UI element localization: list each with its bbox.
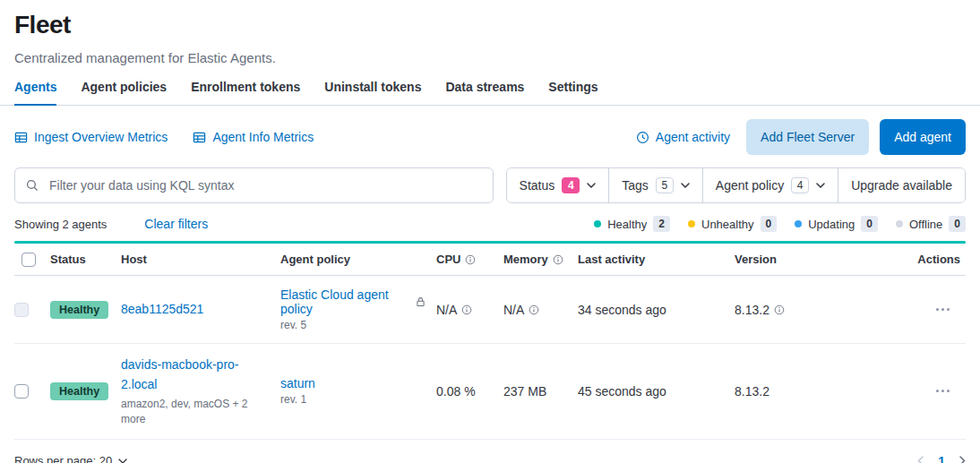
metrics-table-icon [14,131,28,144]
clear-filters-link[interactable]: Clear filters [144,217,208,231]
legend-offline-count: 0 [949,216,966,232]
row-actions-button[interactable] [931,384,955,398]
status-filter-button[interactable]: Status 4 [507,168,609,202]
memory-value: N/A [503,303,524,317]
legend-healthy[interactable]: Healthy 2 [594,216,670,232]
column-memory-label: Memory [503,253,548,266]
clock-icon [636,131,649,144]
column-last-activity: Last activity [578,244,735,275]
legend-updating-label: Updating [808,218,855,231]
fleet-page: Fleet Centralized management for Elastic… [0,0,980,463]
pagination-next-icon[interactable] [959,456,966,463]
add-agent-button[interactable]: Add agent [880,119,966,155]
agent-info-metrics-link[interactable]: Agent Info Metrics [193,130,314,144]
column-memory: Memory [503,244,578,275]
tags-filter-label: Tags [622,178,649,193]
fleet-tabs: Agents Agent policies Enrollment tokens … [0,80,980,106]
column-actions: Actions [878,244,966,275]
showing-agents-count: Showing 2 agents [14,218,107,231]
select-all-checkbox[interactable] [21,253,36,267]
agent-policy-filter-count-badge: 4 [791,177,809,193]
status-filter-count-badge: 4 [562,177,580,193]
chevron-down-icon [816,183,825,188]
column-version: Version [735,244,878,275]
upgrade-available-filter-button[interactable]: Upgrade available [838,168,965,202]
cpu-info-icon[interactable] [465,254,476,265]
host-link[interactable]: davids-macbook-pro-2.local [121,357,239,391]
agent-actions-cell [878,373,966,409]
filter-bar: Status 4 Tags 5 Agent policy 4 U [14,167,966,203]
memory-info-icon[interactable] [553,254,563,265]
kql-search-input[interactable] [14,167,494,203]
row-checkbox[interactable] [14,384,29,399]
status-badge: Healthy [50,382,108,400]
legend-offline-label: Offline [909,218,942,231]
version-info-icon[interactable] [774,304,785,315]
managed-policy-lock-icon [416,296,426,307]
add-fleet-server-button[interactable]: Add Fleet Server [746,119,869,155]
offline-dot [896,220,903,227]
agent-policy-filter-button[interactable]: Agent policy 4 [702,168,838,202]
policy-link[interactable]: Elastic Cloud agent policy [280,287,411,316]
tab-agent-policies[interactable]: Agent policies [81,80,167,105]
ingest-overview-metrics-link[interactable]: Ingest Overview Metrics [14,130,168,144]
cpu-na-info-icon[interactable] [461,304,472,315]
agent-policy-filter-label: Agent policy [716,178,784,193]
tab-agents[interactable]: Agents [14,80,56,106]
column-agent-policy: Agent policy [280,244,436,275]
unhealthy-dot [688,220,695,227]
metrics-table-icon [193,131,206,144]
legend-unhealthy-label: Unhealthy [701,218,754,231]
legend-unhealthy-count: 0 [761,216,778,232]
pagination: 1 [917,454,966,463]
agent-activity-label: Agent activity [656,130,730,144]
column-cpu: CPU [436,244,503,275]
column-host: Host [121,244,280,275]
table-footer: Rows per page: 20 1 [14,447,966,463]
agent-version-cell: 8.13.2 [735,291,878,329]
legend-offline[interactable]: Offline 0 [896,216,966,232]
ingest-overview-metrics-label: Ingest Overview Metrics [34,130,168,144]
tab-enrollment-tokens[interactable]: Enrollment tokens [191,80,300,105]
host-tags: amazon2, dev, macOS + 2 more [121,397,257,427]
agent-row-1: Healthy 8eab1125d521 Elastic Cloud agent… [14,276,966,344]
agent-memory-cell: 237 MB [503,373,578,410]
policy-link[interactable]: saturn [280,376,315,390]
pagination-page-1[interactable]: 1 [938,454,945,463]
rows-per-page-label: Rows per page: 20 [14,454,112,463]
tab-data-streams[interactable]: Data streams [445,80,524,105]
row-actions-button[interactable] [931,303,955,316]
agent-status-cell: Healthy [50,289,121,330]
agent-last-activity-cell: 34 seconds ago [578,291,735,329]
search-icon [26,179,39,195]
status-filter-label: Status [520,178,555,193]
agent-cpu-cell: 0.08 % [436,373,503,410]
agent-memory-cell: N/A [503,291,578,329]
column-cpu-label: CPU [436,253,460,266]
cpu-value: N/A [436,303,457,317]
tags-filter-button[interactable]: Tags 5 [608,168,702,202]
filter-group: Status 4 Tags 5 Agent policy 4 U [506,167,966,203]
updating-dot [795,220,802,227]
legend-unhealthy[interactable]: Unhealthy 0 [688,216,777,232]
summary-row: Showing 2 agents Clear filters Healthy 2… [14,216,966,232]
chevron-down-icon [587,183,596,188]
agent-last-activity-cell: 45 seconds ago [578,373,735,410]
tab-uninstall-tokens[interactable]: Uninstall tokens [324,80,421,105]
chevron-down-icon [118,459,127,463]
version-value: 8.13.2 [735,303,769,317]
agent-actions-cell [878,291,966,328]
legend-updating-count: 0 [861,216,878,232]
rows-per-page-button[interactable]: Rows per page: 20 [14,454,127,463]
host-link[interactable]: 8eab1125d521 [121,302,203,316]
agent-policy-cell: saturn rev. 1 [280,364,436,417]
memory-na-info-icon[interactable] [529,304,539,315]
agents-table-header: Status Host Agent policy CPU Memory Last… [14,244,966,276]
tab-settings[interactable]: Settings [548,80,597,105]
tags-filter-count-badge: 5 [656,177,674,193]
legend-updating[interactable]: Updating 0 [795,216,878,232]
agent-activity-link[interactable]: Agent activity [636,130,730,144]
agent-policy-cell: Elastic Cloud agent policy rev. 5 [280,276,436,343]
toolbar: Ingest Overview Metrics Agent Info Metri… [14,119,966,155]
policy-revision: rev. 5 [280,319,426,331]
